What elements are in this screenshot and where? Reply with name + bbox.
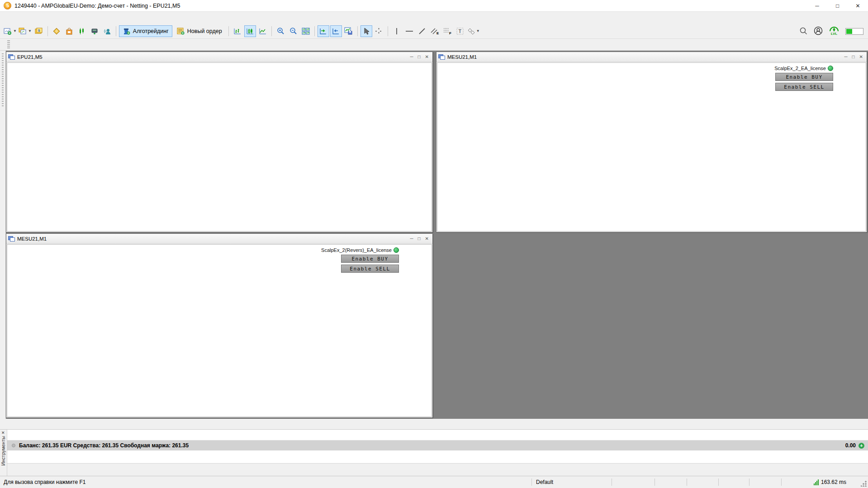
auto-scroll-button[interactable] — [330, 25, 342, 37]
close-button[interactable]: ✕ — [848, 0, 868, 12]
chart-restore-icon[interactable]: □ — [418, 236, 421, 241]
new-order-button[interactable]: Новый ордер — [173, 25, 226, 37]
new-chart-button[interactable]: ▼ — [3, 25, 17, 37]
connection-status[interactable]: 163.62 ms — [814, 479, 846, 485]
chart-window-title: EPU21,M5 — [17, 54, 43, 60]
enable-buy-button[interactable]: Enable BUY — [775, 73, 833, 81]
app-logo-icon — [4, 2, 11, 9]
chart-window-mesu21-m1-top: MESU21,M1 ─ □ ✕ ScalpEx_2_EA_license Ena… — [436, 52, 867, 232]
chart-profiles-button[interactable]: ▼ — [18, 25, 32, 37]
ea-license-label: ScalpEx_2_EA_license — [774, 66, 826, 71]
chart-window-title: MESU21,M1 — [17, 236, 47, 242]
ea-panel: ScalpEx_2_EA_license Enable BUY Enable S… — [774, 66, 833, 91]
chart-close-icon[interactable]: ✕ — [425, 54, 429, 59]
text-tool-button[interactable]: T — [454, 25, 466, 37]
svg-text:T: T — [458, 28, 461, 34]
maximize-button[interactable]: □ — [827, 0, 848, 12]
enable-sell-button[interactable]: Enable SELL — [341, 265, 399, 273]
svg-text:E: E — [436, 31, 439, 35]
chart-window-icon — [8, 236, 15, 242]
algo-trading-label: Алготрейдинг — [133, 28, 169, 34]
toolbox-panel: ✕ Инструменты Баланс: 261.35 EUR Средств… — [0, 430, 868, 476]
chart-window-titlebar[interactable]: EPU21,M5 ─ □ ✕ — [6, 52, 432, 62]
candles-mode-button[interactable] — [244, 25, 256, 37]
balance-row[interactable]: Баланс: 261.35 EUR Средства: 261.35 Своб… — [7, 441, 868, 450]
ea-status-icon[interactable] — [394, 247, 399, 253]
zoom-out-button[interactable] — [287, 25, 299, 37]
signal-bars-icon — [814, 479, 819, 485]
status-profile[interactable]: Default — [536, 479, 553, 485]
toolbox-button[interactable] — [89, 25, 100, 37]
chart-close-icon[interactable]: ✕ — [425, 236, 429, 241]
balance-expander-icon[interactable] — [12, 444, 15, 447]
svg-text:$: $ — [38, 28, 40, 33]
dock-strip — [0, 51, 6, 419]
community-button[interactable] — [101, 25, 113, 37]
minimize-button[interactable]: ─ — [807, 0, 827, 12]
svg-text:F: F — [449, 31, 451, 35]
chart-restore-icon[interactable]: □ — [418, 54, 421, 59]
menu-bar — [0, 12, 868, 24]
chart-tab-bar — [0, 419, 868, 430]
algo-trading-button[interactable]: Алготрейдинг — [119, 25, 172, 37]
chart-canvas-epu21-m5[interactable] — [7, 63, 432, 232]
trade-table-header — [7, 430, 868, 441]
zoom-in-button[interactable] — [275, 25, 286, 37]
market-watch-button[interactable] — [51, 25, 62, 37]
chart-window-epu21-m5: EPU21,M5 ─ □ ✕ — [6, 52, 433, 232]
profit-total: 0.00 — [845, 442, 856, 449]
scroll-to-end-button[interactable] — [318, 25, 329, 37]
search-icon[interactable] — [799, 27, 807, 36]
resize-grip[interactable] — [861, 481, 867, 487]
data-window-button[interactable] — [63, 25, 75, 37]
chart-minimize-icon[interactable]: ─ — [410, 236, 413, 241]
new-position-icon[interactable]: + — [859, 443, 864, 449]
toolbox-dock-title: Инструменты — [0, 436, 6, 465]
bar-chart-mode-button[interactable] — [232, 25, 243, 37]
latency-text: 163.62 ms — [821, 479, 846, 485]
ea-panel: ScalpEx_2(Revers)_EA_license Enable BUY … — [321, 247, 399, 273]
connection-level-icon[interactable]: LVL — [829, 27, 839, 36]
balance-text: Баланс: 261.35 EUR Средства: 261.35 Своб… — [19, 442, 189, 449]
enable-sell-button[interactable]: Enable SELL — [775, 83, 833, 91]
cursor-tool-button[interactable] — [360, 25, 372, 37]
equidistant-channel-tool-button[interactable]: E — [429, 25, 441, 37]
toolbar-drag-handle[interactable] — [7, 40, 10, 49]
vertical-line-tool-button[interactable] — [391, 25, 403, 37]
chart-minimize-icon[interactable]: ─ — [844, 54, 847, 59]
chart-window-titlebar[interactable]: MESU21,M1 ─ □ ✕ — [436, 52, 867, 62]
app-title: 1249440 - AMPGlobalEU-Demo: Демо-счет - … — [14, 3, 180, 9]
account-icon[interactable] — [814, 26, 823, 37]
chart-window-mesu21-m1-bottom: MESU21,M1 ─ □ ✕ ScalpEx_2(Revers)_EA_lic… — [6, 233, 433, 418]
chart-close-icon[interactable]: ✕ — [859, 54, 863, 59]
status-help-text: Для вызова справки нажмите F1 — [4, 479, 85, 485]
tile-windows-button[interactable] — [300, 25, 312, 37]
enable-buy-button[interactable]: Enable BUY — [341, 255, 399, 263]
templates-button[interactable] — [343, 25, 355, 37]
toolbox-dock: ✕ Инструменты — [0, 430, 7, 476]
status-bar: Для вызова справки нажмите F1 Default 16… — [0, 476, 868, 488]
timeframe-bar — [0, 39, 868, 51]
chart-window-icon — [8, 54, 15, 60]
main-toolbar: ▼ ▼ $ Алготрейдинг Новый ордер E F T ▼ — [0, 24, 868, 39]
crosshair-tool-button[interactable] — [373, 25, 385, 37]
horizontal-line-tool-button[interactable] — [403, 25, 415, 37]
shapes-tool-button[interactable]: ▼ — [467, 25, 480, 37]
ea-status-icon[interactable] — [828, 66, 833, 71]
ea-license-label: ScalpEx_2(Revers)_EA_license — [321, 247, 392, 253]
open-data-folder-button[interactable]: $ — [33, 25, 45, 37]
chart-window-icon — [438, 54, 445, 60]
navigator-button[interactable] — [76, 25, 88, 37]
toolbox-close-icon[interactable]: ✕ — [1, 431, 5, 435]
resource-level-indicator — [845, 28, 863, 35]
toolbox-tab-bar — [7, 463, 868, 476]
chart-workspace: EPU21,M5 ─ □ ✕ MESU21,M1 ─ □ ✕ ScalpEx_2… — [0, 51, 868, 419]
chart-window-titlebar[interactable]: MESU21,M1 ─ □ ✕ — [6, 234, 432, 244]
line-chart-mode-button[interactable] — [257, 25, 269, 37]
fibonacci-tool-button[interactable]: F — [441, 25, 453, 37]
chart-restore-icon[interactable]: □ — [852, 54, 855, 59]
chart-minimize-icon[interactable]: ─ — [410, 54, 413, 59]
app-titlebar: 1249440 - AMPGlobalEU-Demo: Демо-счет - … — [0, 0, 868, 12]
trendline-tool-button[interactable] — [416, 25, 428, 37]
chart-window-title: MESU21,M1 — [447, 54, 477, 60]
